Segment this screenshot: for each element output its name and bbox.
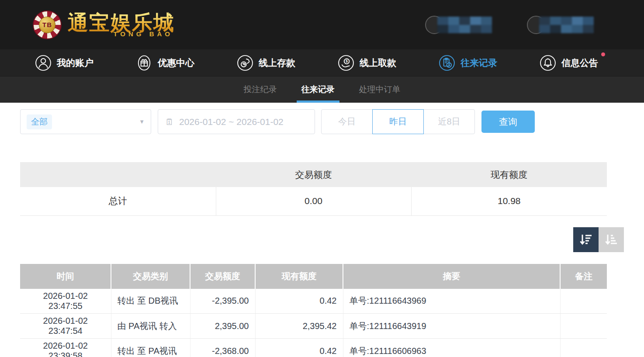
nav-item-deposit[interactable]: 线上存款: [237, 55, 295, 71]
cell-time: 2026-01-02 23:39:58: [20, 339, 111, 357]
summary-transaction-amount-value: 0.00: [216, 187, 411, 215]
quick-btn-label: 昨日: [389, 116, 407, 128]
cell-type: 由 PA视讯 转入: [111, 314, 190, 339]
cell-amount: -2,368.00: [190, 339, 255, 357]
cell-note: [560, 289, 607, 314]
sort-descending-button[interactable]: [573, 227, 599, 252]
header-summary: 摘要: [343, 264, 560, 289]
svg-text:$: $: [346, 59, 348, 63]
table-row: 2026-01-02 23:47:55 转出 至 DB视讯 -2,395.00 …: [20, 289, 607, 314]
cell-note: [560, 314, 607, 339]
date-range-value: 2026-01-02 ~ 2026-01-02: [179, 117, 284, 127]
cell-type: 转出 至 DB视讯: [111, 289, 190, 314]
sort-ascending-icon: [604, 232, 619, 247]
nav-item-label: 信息公告: [561, 57, 598, 69]
redacted-balance-text: [437, 17, 492, 33]
summary-total-row: 总计 0.00 10.98: [20, 187, 607, 215]
cell-balance: 2,395.42: [255, 314, 343, 339]
today-button[interactable]: 今日: [321, 109, 373, 134]
summary-total-label: 总计: [20, 187, 216, 215]
brand-text: 通宝娱乐城 TONG BAO: [68, 12, 175, 37]
tab-transaction-records[interactable]: 往来记录: [299, 76, 337, 103]
filter-row: 全部 ▼ 🗓 2026-01-02 ~ 2026-01-02 今日 昨日 近8日…: [20, 109, 624, 134]
type-select-value: 全部: [27, 114, 52, 129]
cell-amount: 2,395.00: [190, 314, 255, 339]
header-note: 备注: [560, 264, 607, 289]
cell-note: [560, 339, 607, 357]
cell-summary: 单号:121116643969: [343, 289, 560, 314]
redacted-username-text: [539, 17, 594, 33]
tab-betting-records[interactable]: 投注纪录: [241, 76, 280, 103]
nav-item-label: 线上取款: [360, 57, 396, 69]
summary-table: 交易额度 现有额度 总计 0.00 10.98: [20, 162, 607, 216]
sort-ascending-button[interactable]: [599, 227, 624, 252]
summary-header-empty: [20, 162, 216, 187]
header-balance: 现有额度: [255, 264, 343, 289]
summary-header-transaction-amount: 交易额度: [216, 162, 411, 187]
tab-label: 处理中订单: [359, 84, 401, 95]
chip-tb-label: TB: [39, 17, 55, 33]
cell-summary: 单号:121116643919: [343, 314, 560, 339]
yesterday-button[interactable]: 昨日: [372, 109, 424, 134]
cell-amount: -2,395.00: [190, 289, 255, 314]
poker-chip-icon: TB: [33, 10, 62, 39]
last-8-days-button[interactable]: 近8日: [423, 109, 475, 134]
type-select[interactable]: 全部 ▼: [20, 109, 151, 134]
search-button[interactable]: 查询: [481, 111, 535, 133]
calendar-icon: 🗓: [165, 118, 174, 126]
table-row: 2026-01-02 23:39:58 转出 至 PA视讯 -2,368.00 …: [20, 339, 607, 357]
quick-btn-label: 今日: [338, 116, 356, 128]
nav-item-withdrawal[interactable]: $ 线上取款: [338, 55, 396, 71]
nav-item-label: 线上存款: [259, 57, 295, 69]
nav-item-my-account[interactable]: 我的账户: [35, 55, 93, 71]
content: 全部 ▼ 🗓 2026-01-02 ~ 2026-01-02 今日 昨日 近8日…: [0, 103, 644, 357]
cell-balance: 0.42: [255, 289, 343, 314]
notification-dot: [601, 52, 605, 56]
bell-icon: [540, 55, 556, 71]
date-range-input[interactable]: 🗓 2026-01-02 ~ 2026-01-02: [158, 109, 315, 134]
top-header: TB 通宝娱乐城 TONG BAO: [0, 0, 644, 49]
brand-logo[interactable]: TB 通宝娱乐城 TONG BAO: [33, 10, 175, 39]
sort-row: [20, 227, 624, 252]
nav-item-promotions[interactable]: 优惠中心: [136, 55, 194, 71]
cell-type: 转出 至 PA视讯: [111, 339, 190, 357]
records-icon: [439, 55, 455, 71]
cell-summary: 单号:121116606963: [343, 339, 560, 357]
withdraw-icon: $: [338, 55, 354, 71]
nav-item-transaction-records[interactable]: 往来记录: [439, 55, 497, 71]
nav-item-label: 往来记录: [460, 57, 497, 69]
user-icon: [35, 55, 52, 71]
header-time: 时间: [20, 264, 111, 289]
cell-balance: 0.42: [255, 339, 343, 357]
brand-name-en: TONG BAO: [113, 30, 173, 38]
deposit-icon: [237, 55, 253, 71]
user-balance-redacted: [425, 15, 492, 35]
tab-label: 投注纪录: [244, 84, 277, 95]
user-area: [425, 15, 618, 35]
summary-header-row: 交易额度 现有额度: [20, 162, 607, 187]
page: TB 通宝娱乐城 TONG BAO: [0, 0, 644, 357]
chevron-down-icon: ▼: [139, 118, 145, 125]
nav-item-announcements[interactable]: 信息公告: [540, 55, 598, 71]
sort-descending-icon: [578, 232, 593, 247]
records-table: 时间 交易类别 交易额度 现有额度 摘要 备注 2026-01-02 23:47…: [20, 264, 607, 357]
tab-label: 往来记录: [301, 84, 335, 95]
gift-icon: [136, 55, 152, 71]
main-nav: 我的账户 优惠中心 线上存款 $: [0, 49, 644, 76]
quick-btn-label: 近8日: [438, 116, 460, 128]
quick-date-group: 今日 昨日 近8日: [321, 109, 475, 134]
header-type: 交易类别: [111, 264, 190, 289]
records-header-row: 时间 交易类别 交易额度 现有额度 摘要 备注: [20, 264, 607, 289]
header-amount: 交易额度: [190, 264, 255, 289]
cell-time: 2026-01-02 23:47:54: [20, 314, 111, 339]
summary-current-balance-value: 10.98: [411, 187, 607, 215]
summary-header-current-balance: 现有额度: [411, 162, 607, 187]
table-row: 2026-01-02 23:47:54 由 PA视讯 转入 2,395.00 2…: [20, 314, 607, 339]
nav-item-label: 优惠中心: [158, 57, 194, 69]
tab-processing-orders[interactable]: 处理中订单: [357, 76, 403, 103]
sub-tabs: 投注纪录 往来记录 处理中订单: [0, 76, 644, 103]
nav-item-label: 我的账户: [57, 57, 93, 69]
username-redacted: [527, 15, 594, 35]
cell-time: 2026-01-02 23:47:55: [20, 289, 111, 314]
